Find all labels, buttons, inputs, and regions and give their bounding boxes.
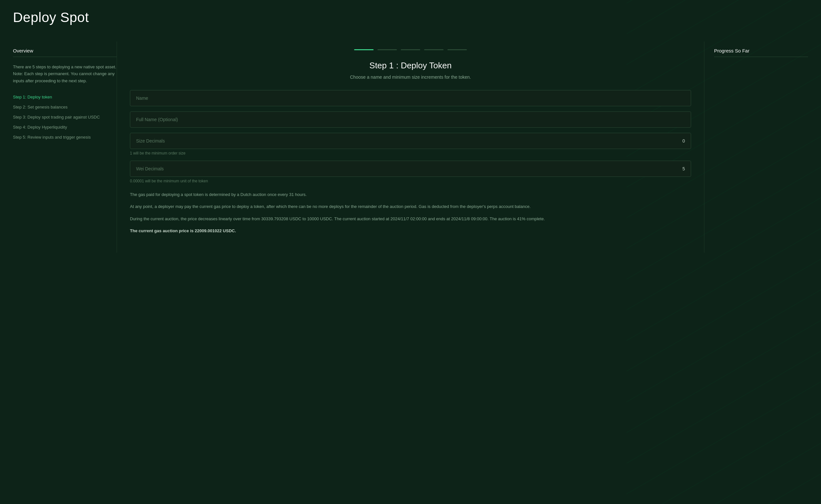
- wei-decimals-value: 5: [682, 166, 685, 171]
- info-section: The gas paid for deploying a spot token …: [130, 191, 691, 235]
- name-field-group: [130, 90, 691, 106]
- size-decimals-label: Size Decimals: [136, 138, 165, 143]
- sidebar-item-step4[interactable]: Step 4: Deploy Hyperliquidity: [13, 122, 117, 132]
- step-dot-3: [401, 49, 420, 50]
- size-decimals-value: 0: [682, 138, 685, 143]
- step-heading: Step 1 : Deploy Token: [130, 61, 691, 71]
- step-subtitle: Choose a name and minimum size increment…: [130, 74, 691, 80]
- sidebar-section-title: Overview: [13, 48, 117, 57]
- full-name-input-wrapper[interactable]: [130, 111, 691, 128]
- wei-decimals-row[interactable]: Wei Decimals 5: [130, 161, 691, 177]
- step-progress: [130, 41, 691, 61]
- name-input-wrapper[interactable]: [130, 90, 691, 106]
- info-paragraph-2: At any point, a deployer may pay the cur…: [130, 203, 691, 210]
- info-paragraph-1: The gas paid for deploying a spot token …: [130, 191, 691, 198]
- step-dot-2: [377, 49, 397, 50]
- size-decimals-row[interactable]: Size Decimals 0: [130, 133, 691, 149]
- wei-decimals-label: Wei Decimals: [136, 166, 164, 171]
- sidebar-description: There are 5 steps to deploying a new nat…: [13, 63, 117, 84]
- size-decimals-hint: 1 will be the minimum order size: [130, 151, 691, 155]
- info-paragraph-4: The current gas auction price is 22009.0…: [130, 227, 691, 234]
- main-area: Step 1 : Deploy Token Choose a name and …: [117, 41, 704, 253]
- sidebar-item-step3[interactable]: Step 3: Deploy spot trading pair against…: [13, 112, 117, 122]
- sidebar-item-step5[interactable]: Step 5: Review inputs and trigger genesi…: [13, 132, 117, 142]
- full-name-input[interactable]: [136, 117, 685, 122]
- wei-decimals-hint: 0.00001 will be the minimum unit of the …: [130, 179, 691, 183]
- page-title: Deploy Spot: [13, 10, 808, 25]
- sidebar: Overview There are 5 steps to deploying …: [13, 41, 117, 149]
- info-paragraph-3: During the current auction, the price de…: [130, 215, 691, 222]
- right-panel: Progress So Far: [704, 41, 808, 70]
- progress-so-far-title: Progress So Far: [714, 48, 808, 57]
- size-decimals-group: Size Decimals 0 1 will be the minimum or…: [130, 133, 691, 155]
- name-input[interactable]: [136, 96, 685, 101]
- step-dot-4: [424, 49, 444, 50]
- step-dot-1: [354, 49, 374, 50]
- wei-decimals-group: Wei Decimals 5 0.00001 will be the minim…: [130, 161, 691, 183]
- sidebar-item-step2[interactable]: Step 2: Set genesis balances: [13, 102, 117, 112]
- full-name-field-group: [130, 111, 691, 128]
- step-dot-5: [447, 49, 467, 50]
- content-layout: Overview There are 5 steps to deploying …: [13, 41, 808, 253]
- sidebar-item-step1[interactable]: Step 1: Deploy token: [13, 92, 117, 102]
